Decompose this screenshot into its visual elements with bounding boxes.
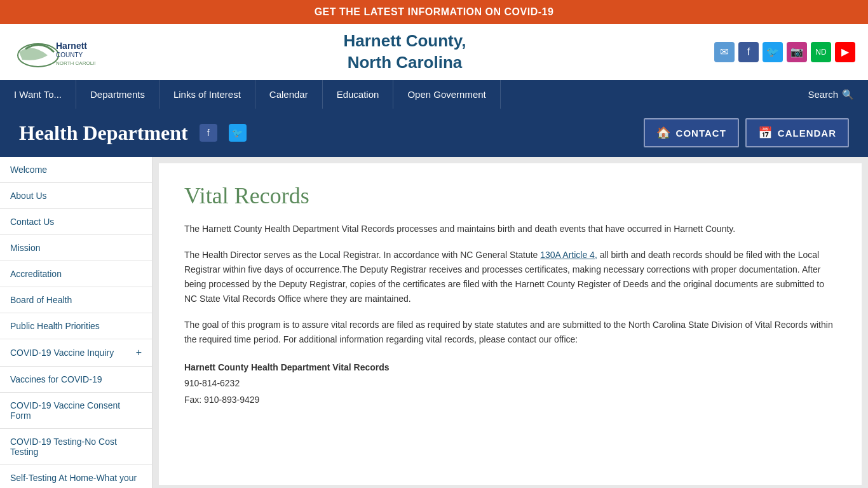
contact-icon: 🏠 [656, 126, 671, 140]
calendar-button[interactable]: 📅 CALENDAR [745, 118, 849, 147]
list-item: COVID-19 Testing-No Cost Testing [0, 429, 152, 465]
sidebar-item-accreditation[interactable]: Accreditation [0, 261, 152, 287]
nav-departments[interactable]: Departments [76, 80, 159, 109]
site-header: Harnett COUNTY NORTH CAROLINA Harnett Co… [0, 24, 868, 80]
list-item: Contact Us [0, 209, 152, 235]
list-item: Self-Testing At Home-What your [0, 465, 152, 488]
dept-actions: 🏠 CONTACT 📅 CALENDAR [644, 118, 849, 147]
twitter-social-icon[interactable]: 🐦 [763, 42, 783, 62]
nav-search[interactable]: Search 🔍 [794, 80, 868, 109]
sidebar-item-public-health-priorities[interactable]: Public Health Priorities [0, 313, 152, 339]
sidebar-item-board-of-health[interactable]: Board of Health [0, 287, 152, 313]
contact-org-name: Harnett County Health Department Vital R… [184, 362, 390, 372]
sidebar-item-self-testing[interactable]: Self-Testing At Home-What your [0, 465, 152, 488]
sidebar-item-covid-vaccine-inquiry[interactable]: COVID-19 Vaccine Inquiry + [0, 339, 152, 366]
list-item: Public Health Priorities [0, 313, 152, 339]
instagram-social-icon[interactable]: 📷 [787, 42, 807, 62]
list-item: Welcome [0, 157, 152, 183]
sidebar-item-about-us[interactable]: About Us [0, 183, 152, 208]
list-item: Vaccines for COVID-19 [0, 367, 152, 393]
statute-link[interactable]: 130A Article 4, [540, 250, 597, 260]
sidebar-item-covid-consent-form[interactable]: COVID-19 Vaccine Consent Form [0, 393, 152, 428]
county-name: Harnett County, North Carolina [343, 30, 466, 74]
sidebar-item-mission[interactable]: Mission [0, 235, 152, 261]
facebook-social-icon[interactable]: f [738, 42, 759, 62]
contact-block: Harnett County Health Department Vital R… [184, 360, 836, 408]
nav-open-government[interactable]: Open Government [393, 80, 500, 109]
svg-text:Harnett: Harnett [56, 41, 87, 51]
social-icons-group: ✉ f 🐦 📷 ND ▶ [714, 42, 855, 62]
contact-phone: 910-814-6232 [184, 378, 240, 388]
sidebar: Welcome About Us Contact Us Mission Accr… [0, 157, 153, 488]
sidebar-item-welcome[interactable]: Welcome [0, 157, 152, 182]
youtube-social-icon[interactable]: ▶ [835, 42, 855, 62]
dept-twitter-icon[interactable]: 🐦 [229, 124, 247, 142]
nextdoor-social-icon[interactable]: ND [811, 42, 831, 62]
goal-paragraph: The goal of this program is to assure vi… [184, 318, 836, 347]
main-nav: I Want To... Departments Links of Intere… [0, 80, 868, 109]
svg-text:COUNTY: COUNTY [56, 51, 83, 58]
nav-i-want-to[interactable]: I Want To... [0, 80, 76, 109]
sidebar-item-contact-us[interactable]: Contact Us [0, 209, 152, 234]
county-logo: Harnett COUNTY NORTH CAROLINA [13, 33, 95, 71]
covid-banner[interactable]: GET THE LATEST INFORMATION ON COVID-19 [0, 0, 868, 24]
page-title: Vital Records [184, 182, 836, 209]
email-social-icon[interactable]: ✉ [714, 42, 735, 62]
nav-links-of-interest[interactable]: Links of Interest [159, 80, 255, 109]
expand-icon: + [136, 347, 142, 358]
sidebar-item-vaccines-covid[interactable]: Vaccines for COVID-19 [0, 367, 152, 392]
list-item: Board of Health [0, 287, 152, 313]
dept-facebook-icon[interactable]: f [200, 124, 217, 142]
nav-calendar[interactable]: Calendar [255, 80, 323, 109]
intro-paragraph: The Harnett County Health Department Vit… [184, 222, 836, 236]
sidebar-item-covid-testing[interactable]: COVID-19 Testing-No Cost Testing [0, 429, 152, 464]
list-item: COVID-19 Vaccine Consent Form [0, 393, 152, 429]
content-wrapper: Welcome About Us Contact Us Mission Accr… [0, 157, 868, 488]
dept-header: Health Department f 🐦 🏠 CONTACT 📅 CALEND… [0, 109, 868, 157]
logo-area: Harnett COUNTY NORTH CAROLINA [13, 33, 95, 71]
list-item: Accreditation [0, 261, 152, 287]
list-item: About Us [0, 183, 152, 209]
dept-title: Health Department [19, 121, 188, 145]
list-item: Mission [0, 235, 152, 261]
calendar-icon: 📅 [758, 126, 773, 140]
list-item: COVID-19 Vaccine Inquiry + [0, 339, 152, 367]
nav-education[interactable]: Education [323, 80, 394, 109]
dept-title-area: Health Department f 🐦 [19, 121, 247, 145]
main-content: Vital Records The Harnett County Health … [159, 163, 862, 485]
registrar-paragraph: The Health Director serves as the Local … [184, 248, 836, 306]
covid-banner-link[interactable]: GET THE LATEST INFORMATION ON COVID-19 [315, 6, 554, 17]
contact-fax: Fax: 910-893-9429 [184, 395, 259, 405]
svg-text:NORTH CAROLINA: NORTH CAROLINA [56, 60, 95, 66]
search-icon: 🔍 [842, 89, 854, 100]
contact-button[interactable]: 🏠 CONTACT [644, 118, 739, 147]
